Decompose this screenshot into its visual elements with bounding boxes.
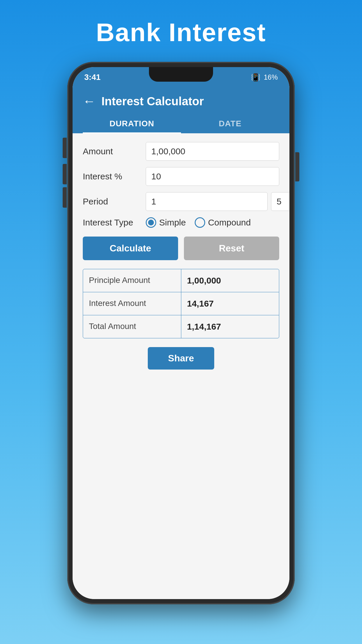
- interest-amount-label: Interest Amount: [83, 292, 181, 315]
- phone-shell: 3:41 📳 16% ← Interest Calculator DURATIO…: [67, 62, 295, 604]
- principle-value: 1,00,000: [181, 269, 279, 292]
- amount-input[interactable]: [146, 142, 279, 161]
- total-row: Total Amount 1,14,167: [83, 315, 279, 338]
- status-right: 📳 16%: [251, 73, 278, 82]
- content-area: Amount Interest % Period Interest Type: [73, 133, 289, 599]
- reset-button[interactable]: Reset: [184, 237, 279, 260]
- tabs-row: DURATION DATE: [83, 114, 279, 133]
- period-row: Period: [83, 192, 279, 211]
- amount-row: Amount: [83, 142, 279, 161]
- radio-group: Simple Compound: [146, 217, 251, 228]
- tab-date[interactable]: DATE: [181, 114, 279, 133]
- buttons-row: Calculate Reset: [83, 237, 279, 260]
- radio-compound-circle: [195, 217, 205, 228]
- calculate-button[interactable]: Calculate: [83, 237, 178, 260]
- interest-row: Interest %: [83, 167, 279, 186]
- header-row: ← Interest Calculator: [83, 94, 279, 108]
- interest-input[interactable]: [146, 167, 279, 186]
- compound-label: Compound: [208, 218, 251, 228]
- principle-label: Principle Amount: [83, 269, 181, 292]
- period-inputs: [146, 192, 289, 211]
- interest-amount-value: 14,167: [181, 292, 279, 315]
- share-button[interactable]: Share: [148, 347, 215, 370]
- results-table: Principle Amount 1,00,000 Interest Amoun…: [83, 269, 279, 338]
- period-label: Period: [83, 197, 141, 206]
- interest-amount-row: Interest Amount 14,167: [83, 292, 279, 315]
- amount-label: Amount: [83, 146, 141, 156]
- period-input-1[interactable]: [146, 192, 268, 211]
- phone-screen: 3:41 📳 16% ← Interest Calculator DURATIO…: [73, 67, 289, 599]
- total-value: 1,14,167: [181, 315, 279, 338]
- period-input-2[interactable]: [271, 192, 289, 211]
- radio-simple-circle: [146, 217, 156, 228]
- total-label: Total Amount: [83, 315, 181, 338]
- battery-text: 16%: [264, 73, 278, 81]
- interest-type-label: Interest Type: [83, 218, 141, 228]
- share-row: Share: [83, 347, 279, 370]
- interest-label: Interest %: [83, 172, 141, 181]
- simple-label: Simple: [159, 218, 186, 228]
- back-button[interactable]: ←: [83, 94, 96, 108]
- page-title: Bank Interest: [96, 18, 266, 47]
- notch: [149, 67, 213, 82]
- vibrate-icon: 📳: [251, 73, 260, 82]
- principle-row: Principle Amount 1,00,000: [83, 269, 279, 292]
- tab-duration[interactable]: DURATION: [83, 114, 181, 133]
- interest-type-row: Interest Type Simple Compound: [83, 217, 279, 228]
- status-bar: 3:41 📳 16%: [73, 67, 289, 88]
- radio-simple[interactable]: Simple: [146, 217, 186, 228]
- radio-compound[interactable]: Compound: [195, 217, 251, 228]
- app-header: ← Interest Calculator DURATION DATE: [73, 88, 289, 133]
- app-title: Interest Calculator: [101, 95, 204, 108]
- status-time: 3:41: [84, 73, 101, 82]
